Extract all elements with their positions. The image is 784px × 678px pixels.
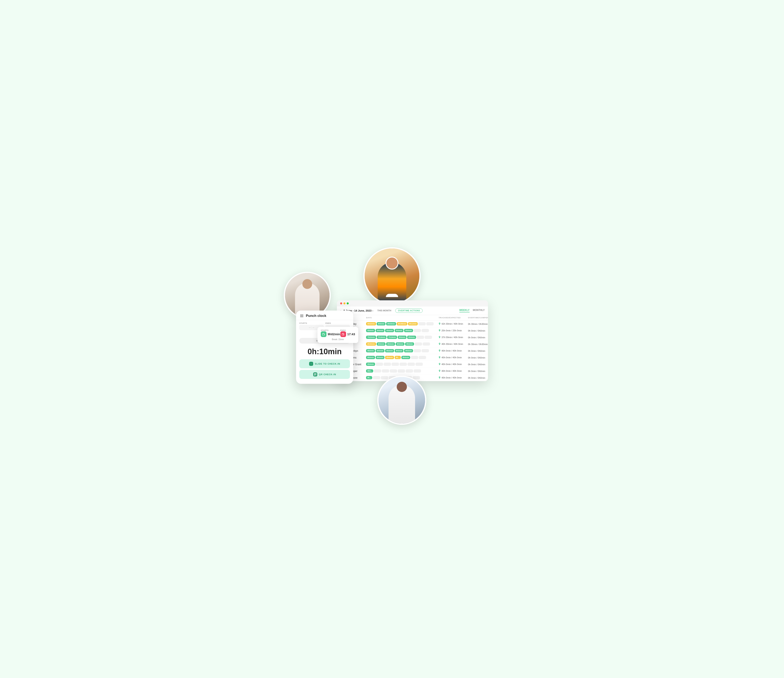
day-pill[interactable] [391, 362, 399, 366]
day-pill[interactable]: 8h0min [396, 342, 405, 346]
day-pill[interactable] [390, 369, 397, 373]
person-lab-bg [379, 377, 425, 424]
day-pill[interactable]: 8h0... [366, 369, 373, 373]
day-pill[interactable]: 8h0min [385, 349, 394, 352]
day-pill[interactable] [422, 349, 429, 352]
day-pill[interactable]: 8h0min [377, 342, 386, 346]
svg-rect-14 [315, 375, 315, 375]
next-arrow[interactable]: › [373, 309, 373, 312]
day-pill[interactable] [422, 329, 429, 332]
svg-rect-13 [316, 373, 316, 374]
day-pill[interactable]: 9h12min [408, 322, 418, 325]
overtime-cell: 0h 30min / 0h30min [466, 320, 488, 327]
day-pill[interactable]: 8h0min [386, 342, 395, 346]
svg-point-2 [440, 336, 440, 337]
hard-hat [386, 294, 398, 297]
svg-point-4 [440, 350, 440, 350]
day-pill[interactable] [414, 329, 421, 332]
day-pill[interactable]: 8hOBmin [397, 322, 407, 325]
day-pill[interactable]: 5h0min [404, 329, 413, 332]
day-pill[interactable]: 8h0min [401, 356, 410, 359]
day-pill[interactable] [418, 322, 426, 325]
table-row: Guy Hawkins5h0min5h0min5h0min5h0min5h0mi… [337, 327, 488, 334]
popup-starts-label: STARTS [321, 329, 340, 331]
table-row: ...dson8h30min8h0min8h0min8h0min8h0min 4… [337, 341, 488, 347]
tracked-cell: 40h 0min / 40h 0min [436, 347, 466, 354]
svg-rect-20 [323, 333, 324, 336]
maximize-button[interactable] [347, 302, 349, 305]
col-header-tracked: TRACKED/EXPECTED [436, 315, 466, 320]
day-pill[interactable] [411, 356, 418, 359]
day-pill[interactable] [376, 362, 383, 366]
clock-in-icon[interactable] [321, 331, 326, 337]
day-pill[interactable]: 5h0min [385, 329, 394, 332]
day-pill[interactable] [414, 349, 421, 352]
tab-monthly[interactable]: MONTHLY [473, 309, 485, 313]
browser-titlebar [337, 300, 488, 306]
svg-point-6 [440, 363, 440, 364]
day-pill[interactable]: 8h0min [407, 336, 416, 339]
day-pill[interactable]: 7h22min [366, 336, 376, 339]
day-pill[interactable]: 7h18min [377, 336, 387, 339]
day-pill[interactable]: 8h0min [376, 356, 385, 359]
day-pill[interactable]: 8h5min [377, 322, 386, 325]
day-pill[interactable]: 8h0min [405, 342, 414, 346]
overtime-actions-button[interactable]: OVERTIME ACTIONS [395, 308, 422, 313]
day-pill[interactable]: 8h30min [366, 342, 376, 346]
day-pill[interactable]: 8h... [395, 356, 401, 359]
day-pill[interactable]: 5h0min [376, 329, 385, 332]
day-pill[interactable] [416, 362, 423, 366]
day-pill[interactable] [417, 336, 424, 339]
day-pill[interactable] [419, 356, 426, 359]
day-pill[interactable] [382, 369, 389, 373]
day-pill[interactable] [398, 369, 405, 373]
day-pill[interactable]: 8h... [366, 376, 372, 379]
table-row: Evelyn Bailey9h02min8h5min8h03min8hOBmin… [337, 320, 488, 327]
popup-ends-time: 17:43 [340, 331, 355, 337]
day-pill[interactable]: 8h0min [395, 349, 404, 352]
this-month-button[interactable]: THIS MONTH [376, 308, 393, 313]
slide-checkin-button[interactable]: → SLIDE TO CHECK-IN [299, 359, 350, 368]
menu-icon[interactable] [300, 315, 303, 317]
days-cell: 7h22min7h18min7h19min8h0min8h0min [364, 334, 436, 341]
svg-point-3 [440, 343, 440, 344]
day-pill[interactable] [422, 342, 430, 346]
overtime-cell: 0h 0min / 0h0min [466, 354, 488, 361]
day-pill[interactable]: 8h0min [366, 356, 375, 359]
day-pill[interactable] [399, 362, 407, 366]
day-pill[interactable]: 9h02min [366, 322, 376, 325]
day-pill[interactable]: 7h19min [387, 336, 397, 339]
day-pill[interactable]: 8h0min [366, 362, 375, 366]
svg-point-1 [440, 330, 440, 330]
col-header-days: DAYS [364, 315, 436, 320]
day-pill[interactable] [425, 336, 432, 339]
day-pill[interactable]: 8h0min [366, 349, 375, 352]
day-pill[interactable] [426, 322, 434, 325]
day-pill[interactable] [406, 369, 413, 373]
minimize-button[interactable] [343, 302, 346, 305]
day-pill[interactable] [383, 362, 391, 366]
day-pill[interactable]: 8h0min [398, 336, 407, 339]
phone-header: Punch clock [296, 311, 353, 320]
browser-card: ‹ 8 June - 14 June, 2023 › THIS MONTH OV… [337, 300, 488, 381]
day-pill[interactable]: 5h0min [395, 329, 404, 332]
close-button[interactable] [340, 302, 342, 305]
tab-weekly[interactable]: WEEKLY [459, 309, 469, 313]
day-pill[interactable] [414, 369, 421, 373]
day-pill[interactable]: 5h0min [366, 329, 375, 332]
day-pill[interactable]: 8h0min [404, 349, 413, 352]
day-pill[interactable]: 8h0min [376, 349, 385, 352]
day-pill[interactable] [415, 342, 422, 346]
svg-point-5 [440, 357, 440, 357]
popup-ends-label: ENDS [340, 329, 355, 331]
day-pill[interactable]: 8h03min [386, 322, 396, 325]
timer-display: 0h:10min [296, 346, 353, 359]
qr-checkin-button[interactable]: QR CHECK-IN [299, 370, 350, 379]
day-pill[interactable]: 8h0min [385, 356, 394, 359]
tracked-cell: 40h 0min / 40h 0min [436, 354, 466, 361]
clock-out-icon[interactable] [340, 331, 346, 337]
day-pill[interactable] [407, 362, 415, 366]
days-cell: 8h0min8h0min8h0min8h...8h0min [364, 354, 436, 361]
days-cell: 9h02min8h5min8h03min8hOBmin9h12min [364, 320, 436, 327]
day-pill[interactable] [374, 369, 381, 373]
